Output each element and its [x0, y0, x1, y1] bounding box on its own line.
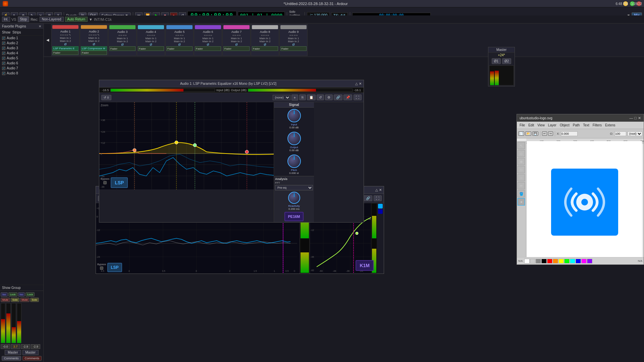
solo-btn-1[interactable]: Solo [11, 298, 19, 302]
input-knob[interactable] [287, 109, 301, 122]
track-list-item-audio6[interactable]: ✓ Audio 6 [0, 61, 43, 66]
ink-tool-new[interactable]: 📄 [518, 131, 524, 136]
master-ch1-btn[interactable]: Ø1 [492, 58, 501, 64]
ink-tool-open[interactable]: 📂 [525, 131, 531, 136]
ink-menu-edit[interactable]: Edit [527, 123, 535, 127]
ink-circle-tool[interactable]: ○ [518, 174, 525, 181]
track-fader-slot-audio5[interactable]: Fader [166, 46, 193, 51]
ink-o-input[interactable] [614, 131, 626, 136]
inkscape-min-icon[interactable]: — [629, 116, 633, 120]
comments-btn-1[interactable]: Comments [2, 356, 21, 361]
plugin1-reset-btn[interactable]: ↺ 0 [101, 95, 111, 100]
fft-mode-select[interactable]: Pre-eq [275, 185, 313, 190]
track-fader-slot-audio1[interactable]: Fader [52, 51, 78, 55]
swatch-green[interactable] [564, 259, 570, 263]
iso-btn-1[interactable]: Iso [1, 292, 8, 297]
swatch-orange[interactable] [553, 259, 558, 263]
plugins-collapse-icon[interactable]: ✕ [39, 24, 41, 28]
output-knob[interactable] [287, 132, 301, 145]
plugin1-add-btn[interactable]: + [291, 95, 298, 101]
lock-btn-1[interactable]: Lock [8, 292, 17, 297]
lsp-button-2[interactable]: LSP [107, 263, 122, 272]
inkscape-max-icon[interactable]: □ [634, 116, 637, 120]
track-fader-slot-audio9[interactable]: Fader [280, 46, 307, 51]
master-ch2-btn[interactable]: Ø2 [502, 58, 511, 64]
ink-menu-text[interactable]: Text [582, 123, 590, 127]
ink-menu-object[interactable]: Object [558, 123, 571, 127]
track-fader-slot-audio7[interactable]: Fader [223, 46, 250, 51]
swatch-yellow[interactable] [558, 259, 564, 263]
plugin1-copy-btn[interactable]: ⎘ [299, 95, 306, 100]
inkscape-close-icon[interactable]: ✕ [638, 116, 641, 120]
track-list-item-audio7[interactable]: ✓ Audio 7 [0, 66, 43, 71]
signal-tab-label[interactable]: Signal [274, 102, 314, 108]
track-fader-slot-audio3[interactable]: Fader [109, 46, 136, 51]
ink-menu-layer[interactable]: Layer [547, 123, 558, 127]
track-checkbox-audio2[interactable]: ✓ [2, 42, 5, 45]
scroll-left-icon[interactable]: ◀ [44, 24, 51, 56]
track-fader-slot-audio2[interactable]: Fader [81, 51, 107, 55]
ink-tool-undo[interactable]: ↩ [542, 131, 547, 136]
track-checkbox-audio7[interactable]: ✓ [2, 67, 5, 70]
plugin1-refresh-btn[interactable]: ↺ [317, 95, 324, 100]
track-checkbox-audio5[interactable]: ✓ [2, 57, 5, 60]
plugin1-fullscreen-btn[interactable]: ⛶ [354, 95, 362, 100]
ink-pen-tool[interactable]: ✏ [518, 182, 525, 189]
track-checkbox-audio4[interactable]: ✓ [2, 52, 5, 55]
track-fader-slot-audio4[interactable]: Fader [138, 46, 164, 51]
plugin2-fullscreen-btn[interactable]: ⛶ [374, 195, 382, 201]
stop-btn-2[interactable]: Stop [18, 16, 30, 22]
ink-fill-tool[interactable]: 🪣 [518, 190, 525, 197]
swatch-grey[interactable] [530, 259, 535, 263]
swatch-white[interactable] [524, 259, 530, 263]
track-checkbox-audio6[interactable]: ✓ [2, 62, 5, 65]
ink-x-input[interactable] [561, 131, 578, 136]
plugin1-link-btn[interactable]: 🔗 [334, 95, 342, 100]
track-fader-slot-audio6[interactable]: Fader [195, 46, 221, 51]
lsp-button-1[interactable]: LSP [111, 177, 128, 188]
ink-rect-tool[interactable]: □ [518, 166, 525, 173]
plugin2-collapse-icon[interactable]: △ [375, 188, 378, 192]
ink-menu-path[interactable]: Path [572, 123, 581, 127]
ink-menu-filters[interactable]: Filters [591, 123, 603, 127]
track-checkbox-audio1[interactable]: ✓ [2, 37, 5, 40]
track-checkbox-audio3[interactable]: ✓ [2, 47, 5, 50]
k1m-button[interactable]: K1M [356, 260, 374, 271]
swatch-purple[interactable] [587, 259, 592, 263]
mute-btn-1[interactable]: Mute [1, 298, 10, 302]
lock-btn-2[interactable]: Lock [25, 292, 35, 297]
swatch-black[interactable] [541, 259, 547, 263]
track-list-item-audio3[interactable]: ✓ Audio 3 [0, 46, 43, 51]
ink-menu-extens[interactable]: Extens [604, 123, 617, 127]
track-list-item-audio8[interactable]: ✓ Audio 8 [0, 71, 43, 76]
dropdown-icon-2[interactable]: ▼ [89, 17, 93, 21]
swatch-cyan[interactable] [570, 259, 575, 263]
plugin1-snap-btn[interactable]: 📌 [343, 95, 352, 100]
mute-btn-2[interactable]: Mute [20, 298, 30, 302]
pitch-knob[interactable] [287, 155, 301, 168]
swatch-blue[interactable] [576, 259, 581, 263]
swatch-darkgrey[interactable] [536, 259, 541, 263]
plugin1-paste-btn[interactable]: 📋 [307, 95, 316, 100]
ink-root-select[interactable]: (root) [628, 131, 642, 136]
track-plugin-audio2[interactable]: LSP Compressor M [81, 46, 107, 51]
track-list-item-audio2[interactable]: ✓ Audio 2 [0, 41, 43, 46]
track-fader-slot-audio8[interactable]: Fader [252, 46, 278, 51]
ink-node-tool[interactable]: ◇ [518, 150, 525, 157]
swatch-magenta[interactable] [581, 259, 587, 263]
pe16m-button[interactable]: PE16M [284, 212, 303, 221]
track-list-item-audio4[interactable]: ✓ Audio 4 [0, 51, 43, 56]
ink-menu-view[interactable]: View [536, 123, 546, 127]
ink-zoom-tool[interactable]: ⊕ [518, 158, 525, 165]
swatch-red[interactable] [547, 259, 552, 263]
solo-btn-2[interactable]: Solo [30, 298, 39, 302]
ink-menu-file[interactable]: File [518, 123, 526, 127]
plugin1-settings-btn[interactable]: ⚙ [325, 95, 333, 100]
reactivity-knob[interactable] [288, 192, 300, 204]
ink-tool-redo[interactable]: ↪ [548, 131, 553, 136]
track-list-item-audio1[interactable]: ✓ Audio 1 [0, 36, 43, 41]
plugin1-close-icon[interactable]: ✕ [359, 82, 362, 85]
ink-star-tool[interactable]: ★ [518, 198, 525, 205]
iso-btn-2[interactable]: Iso [18, 292, 25, 297]
comments-btn-2[interactable]: Comments [22, 356, 42, 361]
